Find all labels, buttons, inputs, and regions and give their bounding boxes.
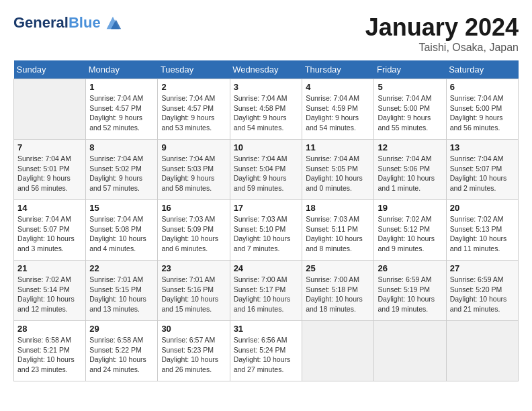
day-number: 24 <box>234 263 299 273</box>
day-info: Sunrise: 7:04 AM Sunset: 5:08 PM Dayligh… <box>89 214 154 254</box>
sunrise: Sunrise: 7:02 AM <box>450 215 504 223</box>
calendar-cell: 7 Sunrise: 7:04 AM Sunset: 5:01 PM Dayli… <box>14 140 86 200</box>
calendar-cell <box>14 79 86 140</box>
calendar-cell: 20 Sunrise: 7:02 AM Sunset: 5:13 PM Dayl… <box>446 200 518 261</box>
day-number: 11 <box>306 142 370 152</box>
sunrise: Sunrise: 7:04 AM <box>234 94 287 102</box>
sunset: Sunset: 5:24 PM <box>234 346 286 354</box>
daylight: Daylight: 10 hours and 18 minutes. <box>306 295 363 313</box>
day-number: 2 <box>161 82 226 92</box>
sunset: Sunset: 5:11 PM <box>306 225 358 233</box>
location: Taishi, Osaka, Japan <box>365 42 519 54</box>
day-number: 1 <box>89 82 154 92</box>
calendar-week-3: 14 Sunrise: 7:04 AM Sunset: 5:07 PM Dayl… <box>14 200 519 261</box>
day-number: 30 <box>161 324 226 334</box>
sunset: Sunset: 5:21 PM <box>17 346 70 354</box>
day-number: 12 <box>378 142 442 152</box>
sunset: Sunset: 5:07 PM <box>17 225 70 233</box>
daylight: Daylight: 10 hours and 8 minutes. <box>306 234 363 253</box>
calendar-cell: 30 Sunrise: 6:57 AM Sunset: 5:23 PM Dayl… <box>158 321 230 381</box>
day-number: 18 <box>306 203 370 213</box>
calendar-week-5: 28 Sunrise: 6:58 AM Sunset: 5:21 PM Dayl… <box>14 321 519 381</box>
day-info: Sunrise: 6:59 AM Sunset: 5:20 PM Dayligh… <box>450 275 515 314</box>
day-number: 7 <box>17 142 82 152</box>
day-info: Sunrise: 7:04 AM Sunset: 5:06 PM Dayligh… <box>378 154 442 193</box>
header-day-saturday: Saturday <box>446 60 518 79</box>
sunset: Sunset: 5:00 PM <box>378 104 430 112</box>
sunset: Sunset: 5:23 PM <box>161 346 214 354</box>
day-number: 15 <box>89 203 154 213</box>
daylight: Daylight: 10 hours and 1 minute. <box>378 174 435 192</box>
day-number: 10 <box>234 142 299 152</box>
sunset: Sunset: 4:57 PM <box>161 104 214 112</box>
day-info: Sunrise: 7:03 AM Sunset: 5:09 PM Dayligh… <box>161 214 226 254</box>
day-number: 19 <box>378 203 442 213</box>
page-header: GeneralBlue January 2024 Taishi, Osaka, … <box>13 13 519 54</box>
sunrise: Sunrise: 7:01 AM <box>161 275 215 283</box>
sunset: Sunset: 4:59 PM <box>306 104 358 112</box>
daylight: Daylight: 10 hours and 15 minutes. <box>161 295 218 313</box>
day-number: 22 <box>89 263 154 273</box>
day-number: 26 <box>378 263 442 273</box>
month-title: January 2024 <box>365 13 519 42</box>
daylight: Daylight: 10 hours and 23 minutes. <box>17 355 75 373</box>
sunset: Sunset: 5:16 PM <box>161 285 214 293</box>
sunrise: Sunrise: 7:04 AM <box>89 215 143 223</box>
day-info: Sunrise: 7:04 AM Sunset: 5:00 PM Dayligh… <box>450 93 515 133</box>
day-number: 14 <box>17 203 82 213</box>
day-number: 20 <box>450 203 515 213</box>
daylight: Daylight: 10 hours and 2 minutes. <box>450 174 507 192</box>
sunrise: Sunrise: 6:58 AM <box>17 336 71 344</box>
calendar-week-2: 7 Sunrise: 7:04 AM Sunset: 5:01 PM Dayli… <box>14 140 519 200</box>
day-info: Sunrise: 6:58 AM Sunset: 5:22 PM Dayligh… <box>89 335 154 375</box>
day-info: Sunrise: 7:03 AM Sunset: 5:10 PM Dayligh… <box>234 214 299 254</box>
daylight: Daylight: 10 hours and 19 minutes. <box>378 295 435 313</box>
calendar-cell: 29 Sunrise: 6:58 AM Sunset: 5:22 PM Dayl… <box>86 321 158 381</box>
sunrise: Sunrise: 7:00 AM <box>234 275 287 283</box>
sunrise: Sunrise: 7:01 AM <box>89 275 143 283</box>
sunrise: Sunrise: 7:04 AM <box>161 154 215 163</box>
day-info: Sunrise: 7:04 AM Sunset: 4:57 PM Dayligh… <box>161 93 226 133</box>
day-info: Sunrise: 7:04 AM Sunset: 4:58 PM Dayligh… <box>234 93 299 133</box>
day-info: Sunrise: 7:01 AM Sunset: 5:15 PM Dayligh… <box>89 275 154 314</box>
calendar-cell: 25 Sunrise: 7:00 AM Sunset: 5:18 PM Dayl… <box>302 261 374 321</box>
daylight: Daylight: 10 hours and 3 minutes. <box>17 234 75 253</box>
day-info: Sunrise: 6:56 AM Sunset: 5:24 PM Dayligh… <box>234 335 299 375</box>
sunrise: Sunrise: 7:04 AM <box>450 154 504 163</box>
header-day-monday: Monday <box>86 60 158 79</box>
sunrise: Sunrise: 7:04 AM <box>378 94 431 102</box>
calendar-cell: 6 Sunrise: 7:04 AM Sunset: 5:00 PM Dayli… <box>446 79 518 140</box>
calendar-cell <box>374 321 446 381</box>
sunset: Sunset: 4:57 PM <box>89 104 142 112</box>
calendar-cell: 11 Sunrise: 7:04 AM Sunset: 5:05 PM Dayl… <box>302 140 374 200</box>
sunset: Sunset: 5:05 PM <box>306 165 358 173</box>
day-number: 31 <box>234 324 299 334</box>
sunset: Sunset: 5:01 PM <box>17 165 70 173</box>
day-number: 5 <box>378 82 442 92</box>
day-info: Sunrise: 7:04 AM Sunset: 5:02 PM Dayligh… <box>89 154 154 193</box>
day-number: 21 <box>17 263 82 273</box>
day-number: 9 <box>161 142 226 152</box>
day-number: 29 <box>89 324 154 334</box>
day-info: Sunrise: 7:04 AM Sunset: 5:05 PM Dayligh… <box>306 154 370 193</box>
header-day-friday: Friday <box>374 60 446 79</box>
sunset: Sunset: 5:03 PM <box>161 165 214 173</box>
calendar-cell: 31 Sunrise: 6:56 AM Sunset: 5:24 PM Dayl… <box>230 321 302 381</box>
daylight: Daylight: 9 hours and 55 minutes. <box>378 113 431 132</box>
title-section: January 2024 Taishi, Osaka, Japan <box>365 13 519 54</box>
sunrise: Sunrise: 7:04 AM <box>306 154 359 163</box>
daylight: Daylight: 10 hours and 12 minutes. <box>17 295 75 313</box>
calendar-cell: 8 Sunrise: 7:04 AM Sunset: 5:02 PM Dayli… <box>86 140 158 200</box>
calendar-cell: 12 Sunrise: 7:04 AM Sunset: 5:06 PM Dayl… <box>374 140 446 200</box>
day-info: Sunrise: 7:00 AM Sunset: 5:17 PM Dayligh… <box>234 275 299 314</box>
day-number: 17 <box>234 203 299 213</box>
calendar-cell: 23 Sunrise: 7:01 AM Sunset: 5:16 PM Dayl… <box>158 261 230 321</box>
calendar-cell: 4 Sunrise: 7:04 AM Sunset: 4:59 PM Dayli… <box>302 79 374 140</box>
sunset: Sunset: 5:22 PM <box>89 346 142 354</box>
daylight: Daylight: 9 hours and 56 minutes. <box>17 174 71 192</box>
daylight: Daylight: 9 hours and 59 minutes. <box>234 174 287 192</box>
daylight: Daylight: 9 hours and 57 minutes. <box>89 174 142 192</box>
calendar-body: 1 Sunrise: 7:04 AM Sunset: 4:57 PM Dayli… <box>14 79 519 381</box>
daylight: Daylight: 9 hours and 58 minutes. <box>161 174 214 192</box>
sunrise: Sunrise: 7:03 AM <box>306 215 359 223</box>
